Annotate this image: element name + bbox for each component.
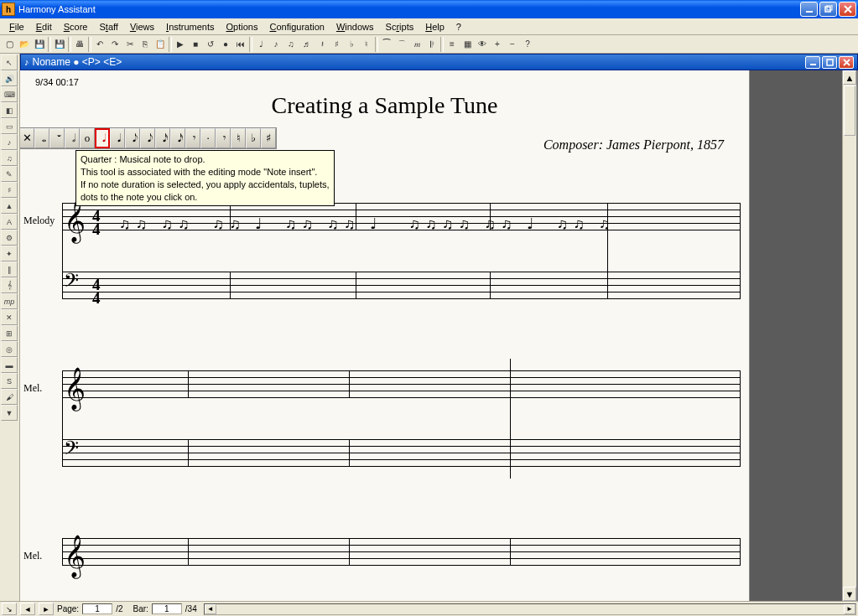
cut-icon[interactable]: ✂ xyxy=(122,37,138,52)
restore-button[interactable] xyxy=(819,2,837,17)
flat-tool-icon[interactable]: ♭ xyxy=(344,37,359,52)
rewind-icon[interactable]: ⏮ xyxy=(233,37,248,52)
pointer-tool-icon[interactable]: ↖ xyxy=(1,54,18,70)
text-s-icon[interactable]: S xyxy=(1,373,18,389)
repeat-icon[interactable]: 𝄆 xyxy=(424,37,439,52)
stop-icon[interactable]: ■ xyxy=(188,37,203,52)
note-tool4-icon[interactable]: ♬ xyxy=(299,37,314,52)
sharp-tool-icon[interactable]: ♯ xyxy=(329,37,344,52)
open-icon[interactable]: 📂 xyxy=(17,37,32,52)
print-icon[interactable]: 🖶 xyxy=(72,37,87,52)
sb-prev-page-icon[interactable]: ◄ xyxy=(20,603,35,615)
doc-close-button[interactable] xyxy=(839,56,854,69)
note-duration-3[interactable]: 𝅗𝅥 xyxy=(65,128,80,148)
note-duration-8[interactable]: 𝅘𝅥𝅮 xyxy=(140,128,155,148)
align-icon[interactable]: ≡ xyxy=(445,37,460,52)
redo-icon[interactable]: ↷ xyxy=(107,37,122,52)
new-icon[interactable]: ▢ xyxy=(2,37,17,52)
note-duration-9[interactable]: 𝅘𝅥𝅯 xyxy=(155,128,170,148)
horizontal-scrollbar[interactable]: ◄ ► xyxy=(204,603,856,615)
menu-edit[interactable]: Edit xyxy=(30,20,58,34)
treble-staff-3[interactable] xyxy=(62,538,741,565)
menu-instruments[interactable]: Instruments xyxy=(160,20,220,34)
note-tool-icon[interactable]: ♪ xyxy=(1,134,18,150)
note-duration-14[interactable]: ♮ xyxy=(231,128,246,148)
note-tool3-icon[interactable]: ♫ xyxy=(283,37,299,52)
brush-icon[interactable]: 🖌 xyxy=(1,389,18,405)
bar-input[interactable] xyxy=(152,603,182,614)
note-duration-7[interactable]: 𝅘𝅥𝅮 xyxy=(125,128,140,148)
natural-tool-icon[interactable]: ♮ xyxy=(359,37,374,52)
menu-help[interactable]: Help xyxy=(419,20,450,34)
scroll-thumb[interactable] xyxy=(844,85,855,136)
loop-icon[interactable]: ↺ xyxy=(203,37,218,52)
scroll-right-icon[interactable]: ► xyxy=(844,604,855,614)
menu-options[interactable]: Options xyxy=(221,20,264,34)
note-duration-5[interactable]: 𝅘𝅥 xyxy=(95,128,110,148)
speaker-tool-icon[interactable]: 🔊 xyxy=(1,70,18,86)
up-tool-icon[interactable]: ▲ xyxy=(1,198,18,214)
down-arrow-icon[interactable]: ▼ xyxy=(1,405,18,421)
record-icon[interactable]: ● xyxy=(218,37,233,52)
dynamic-mp-icon[interactable]: mp xyxy=(1,293,18,309)
text-tool-icon[interactable]: A xyxy=(1,214,18,230)
x-icon[interactable]: ✕ xyxy=(1,309,18,325)
doc-maximize-button[interactable] xyxy=(822,56,837,69)
note-duration-15[interactable]: ♭ xyxy=(246,128,261,148)
menu-about[interactable]: ? xyxy=(450,20,467,34)
pencil-tool-icon[interactable]: ✎ xyxy=(1,166,18,182)
menu-staff[interactable]: Staff xyxy=(93,20,123,34)
note-duration-10[interactable]: 𝅘𝅥𝅯 xyxy=(170,128,185,148)
note-tool2-icon[interactable]: ♪ xyxy=(268,37,283,52)
undo-icon[interactable]: ↶ xyxy=(92,37,107,52)
doc-minimize-button[interactable] xyxy=(805,56,820,69)
note-duration-4[interactable]: o xyxy=(80,128,95,148)
tie-icon[interactable]: ⁀ xyxy=(379,37,394,52)
note-duration-6[interactable]: 𝅘𝅥 xyxy=(110,128,125,148)
view-icon[interactable]: 👁 xyxy=(475,37,490,52)
keyboard-tool-icon[interactable]: ⌨ xyxy=(1,86,18,102)
chord-tool-icon[interactable]: ♫ xyxy=(1,150,18,166)
grid-icon[interactable]: ▦ xyxy=(460,37,475,52)
note-duration-12[interactable]: · xyxy=(200,128,216,148)
sb-tool1-icon[interactable]: ↘ xyxy=(2,603,17,615)
note-duration-1[interactable]: 𝅝 xyxy=(34,128,49,148)
scroll-up-icon[interactable]: ▲ xyxy=(843,70,856,85)
note-duration-0[interactable]: ✕ xyxy=(20,128,34,148)
barline-icon[interactable]: ‖ xyxy=(1,261,18,277)
grid2-icon[interactable]: ⊞ xyxy=(1,325,18,341)
page-input[interactable] xyxy=(82,603,112,614)
eraser-tool-icon[interactable]: ◧ xyxy=(1,102,18,118)
melody-notes[interactable]: ♫♫ ♫♫ ♫♫ ♩ ♫♫ ♫♫ ♩ ♫♫♫♫ ♫♫ ♩ ♫♫ ♫♫ ♩ xyxy=(119,215,615,240)
save-as-icon[interactable]: 💾 xyxy=(52,37,67,52)
play-icon[interactable]: ▶ xyxy=(173,37,188,52)
zoom-out-icon[interactable]: − xyxy=(505,37,520,52)
rest-tool-icon[interactable]: 𝄽 xyxy=(314,37,329,52)
properties-icon[interactable]: ⚙ xyxy=(1,230,18,246)
note-tool-icon[interactable]: ♩ xyxy=(253,37,268,52)
bar-icon[interactable]: ▬ xyxy=(1,357,18,373)
minimize-button[interactable] xyxy=(800,2,818,17)
scroll-down-icon[interactable]: ▼ xyxy=(843,587,856,601)
note-duration-13[interactable]: 𝄾 xyxy=(216,128,231,148)
treble-staff-2[interactable] xyxy=(62,370,741,397)
score-page[interactable]: 9/34 00:17 Creating a Sample Tune Compos… xyxy=(20,70,750,601)
clef-icon[interactable]: 𝄞 xyxy=(1,277,18,293)
copy-icon[interactable]: ⎘ xyxy=(138,37,153,52)
slur-icon[interactable]: ⌒ xyxy=(394,37,409,52)
menu-scripts[interactable]: Scripts xyxy=(380,20,420,34)
scroll-left-icon[interactable]: ◄ xyxy=(205,604,216,614)
note-duration-2[interactable]: 𝄻 xyxy=(49,128,65,148)
menu-views[interactable]: Views xyxy=(124,20,160,34)
zoom-in-icon[interactable]: + xyxy=(490,37,505,52)
menu-windows[interactable]: Windows xyxy=(330,20,380,34)
sb-next-page-icon[interactable]: ► xyxy=(39,603,54,615)
bass-staff-1[interactable] xyxy=(62,272,741,298)
note-duration-11[interactable]: 𝄾 xyxy=(185,128,200,148)
fx1-icon[interactable]: ✦ xyxy=(1,246,18,261)
select-tool-icon[interactable]: ▭ xyxy=(1,118,18,134)
dynamics-icon[interactable]: 𝆐 xyxy=(409,37,424,52)
menu-configuration[interactable]: Configuration xyxy=(263,20,330,34)
sharp-tool-icon[interactable]: ♯ xyxy=(1,182,18,198)
paste-icon[interactable]: 📋 xyxy=(153,37,168,52)
